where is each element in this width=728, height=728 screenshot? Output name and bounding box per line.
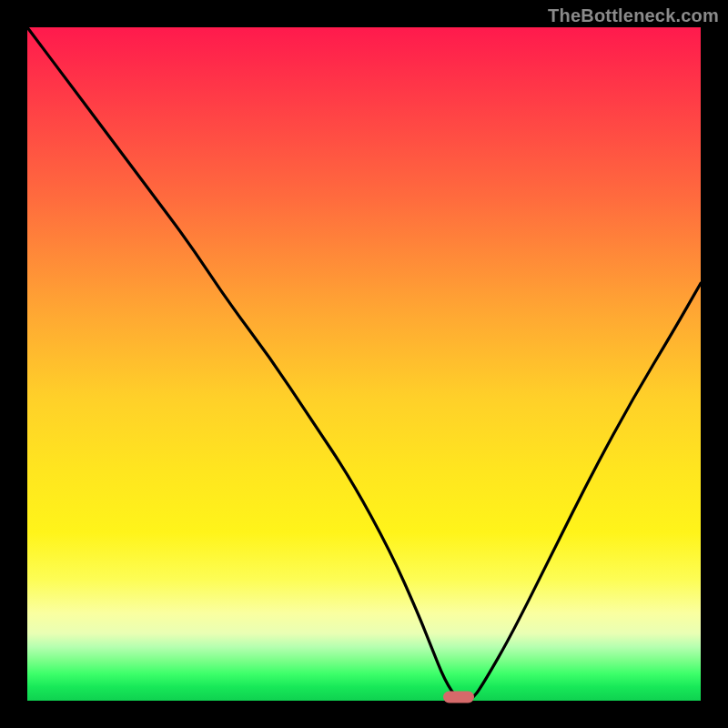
optimum-marker — [443, 692, 474, 703]
chart-frame: TheBottleneck.com — [0, 0, 728, 728]
bottleneck-curve — [27, 27, 701, 701]
attribution-watermark: TheBottleneck.com — [548, 5, 719, 26]
plot-area — [27, 27, 701, 701]
